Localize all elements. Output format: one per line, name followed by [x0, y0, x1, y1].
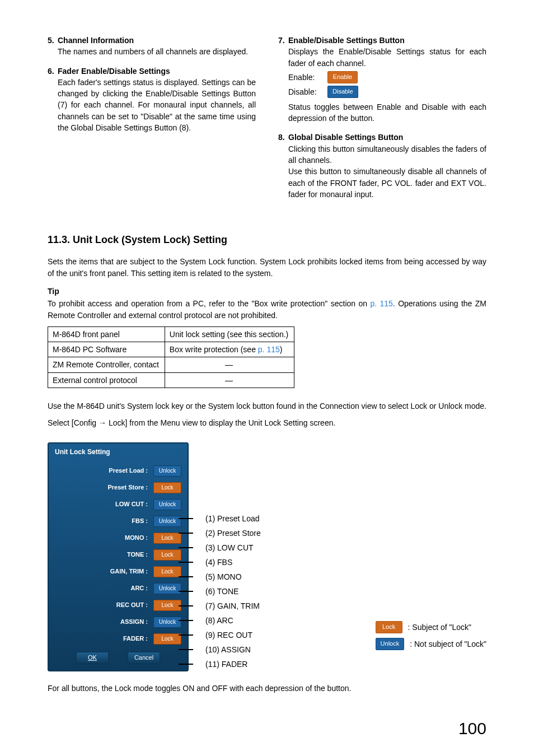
- callout-label: (2) Preset Store: [188, 526, 261, 540]
- panel-row: MONO :Lock: [48, 530, 188, 547]
- top-two-column: 5.Channel Information The names and numb…: [48, 35, 486, 208]
- table-cell: M-864D PC Software: [48, 342, 165, 357]
- section-heading: 11.3. Unit Lock (System Lock) Setting: [48, 232, 486, 247]
- legend-unlock-text: : Not subject of "Lock": [410, 638, 486, 650]
- section-closing: For all buttons, the Lock mode toggles O…: [48, 683, 486, 694]
- table-cell-text-a: Box write protection (see: [170, 345, 258, 354]
- panel-row-label: LOW CUT :: [48, 500, 149, 509]
- unlock-toggle-button[interactable]: Unlock: [153, 465, 181, 477]
- table-cell: M-864D front panel: [48, 326, 165, 342]
- disable-label: Disable:: [288, 86, 322, 97]
- item-5: 5.Channel Information The names and numb…: [48, 35, 256, 58]
- unlock-toggle-button[interactable]: Unlock: [153, 583, 181, 594]
- panel-row-label: TONE :: [48, 550, 149, 559]
- callout-label: (5) MONO: [188, 570, 261, 584]
- lock-toggle-button[interactable]: Lock: [153, 549, 181, 561]
- panel-row-label: MONO :: [48, 534, 149, 543]
- item-8-body1: Clicking this button simultaneously disa…: [278, 143, 486, 166]
- panel-row-label: FBS :: [48, 517, 149, 526]
- ok-button-label: OK: [88, 654, 97, 662]
- ok-button[interactable]: OK: [76, 652, 109, 664]
- cancel-button-label: Cancel: [134, 654, 153, 662]
- unit-lock-panel: Unit Lock Setting Preset Load :UnlockPre…: [48, 442, 189, 671]
- item-5-body: The names and numbers of all channels ar…: [48, 46, 256, 57]
- panel-row-label: Preset Load :: [48, 466, 149, 475]
- section-para-2: Use the M-864D unit's System lock key or…: [48, 400, 486, 412]
- lock-toggle-button[interactable]: Lock: [153, 566, 181, 577]
- panel-row: FADER :Lock: [48, 631, 188, 647]
- table-cell-link[interactable]: p. 115: [258, 345, 280, 354]
- tip-body: To prohibit access and operation from a …: [48, 298, 486, 321]
- callout-label: (6) TONE: [188, 584, 261, 599]
- diagram-area: Unit Lock Setting Preset Load :UnlockPre…: [48, 442, 486, 671]
- table-row: M-864D front panel Unit lock setting (se…: [48, 326, 294, 342]
- enable-label: Enable:: [288, 72, 322, 83]
- callout-label: (8) ARC: [188, 613, 261, 628]
- legend: Lock : Subject of "Lock" Unlock : Not su…: [376, 621, 486, 671]
- panel-row-label: ASSIGN :: [48, 618, 149, 627]
- legend-lock-text: : Subject of "Lock": [408, 622, 471, 633]
- item-7-title: Enable/Disable Settings Button: [288, 36, 405, 45]
- table-cell-text-b: ): [280, 345, 283, 354]
- lock-toggle-button[interactable]: Lock: [153, 633, 181, 645]
- tip-body-a: To prohibit access and operation from a …: [48, 299, 370, 308]
- table-cell: External control protocol: [48, 372, 165, 388]
- item-7-body2: Status toggles between Enable and Disabl…: [278, 101, 486, 124]
- panel-row: ASSIGN :Unlock: [48, 614, 188, 631]
- lock-toggle-button[interactable]: Lock: [153, 600, 181, 611]
- table-row: ZM Remote Controller, contact —: [48, 357, 294, 372]
- item-8: 8.Global Disable Settings Button Clickin…: [278, 132, 486, 200]
- table-cell: —: [165, 372, 294, 388]
- enable-swatch: Enable: [327, 71, 358, 83]
- section-intro: Sets the items that are subject to the S…: [48, 256, 486, 279]
- panel-row: REC OUT :Lock: [48, 597, 188, 614]
- unlock-toggle-button[interactable]: Unlock: [153, 617, 181, 628]
- panel-title: Unit Lock Setting: [48, 443, 188, 463]
- legend-unlock-chip: Unlock: [376, 638, 405, 650]
- table-cell: Box write protection (see p. 115): [165, 342, 294, 357]
- callout-label: (1) Preset Load: [188, 511, 261, 526]
- lock-toggle-button[interactable]: Lock: [153, 533, 181, 544]
- item-5-title: Channel Information: [58, 36, 134, 45]
- item-7: 7.Enable/Disable Settings Button Display…: [278, 35, 486, 124]
- item-5-number: 5.: [48, 35, 58, 46]
- panel-row-label: FADER :: [48, 634, 149, 643]
- table-cell: ZM Remote Controller, contact: [48, 357, 165, 372]
- panel-row-label: Preset Store :: [48, 483, 149, 492]
- lock-table: M-864D front panel Unit lock setting (se…: [48, 326, 294, 388]
- panel-row: ARC :Unlock: [48, 580, 188, 597]
- callout-label: (11) FADER: [188, 657, 261, 671]
- panel-row-label: REC OUT :: [48, 601, 149, 610]
- callout-label: (3) LOW CUT: [188, 540, 261, 555]
- legend-lock-chip: Lock: [376, 621, 402, 633]
- panel-row: Preset Load :Unlock: [48, 463, 188, 479]
- item-8-number: 8.: [278, 132, 288, 143]
- callout-label: (7) GAIN, TRIM: [188, 599, 261, 613]
- tip-heading: Tip: [48, 286, 486, 297]
- callout-label: (10) ASSIGN: [188, 642, 261, 657]
- item-6-body: Each fader's settings status is displaye…: [48, 77, 256, 133]
- table-row: M-864D PC Software Box write protection …: [48, 342, 294, 357]
- unlock-toggle-button[interactable]: Unlock: [153, 516, 181, 527]
- callout-label: (4) FBS: [188, 555, 261, 570]
- table-row: External control protocol —: [48, 372, 294, 388]
- tip-link[interactable]: p. 115: [370, 299, 392, 308]
- lock-toggle-button[interactable]: Lock: [153, 482, 181, 493]
- page-number: 100: [458, 716, 486, 741]
- table-cell: Unit lock setting (see this section.): [165, 326, 294, 342]
- panel-row: TONE :Lock: [48, 547, 188, 563]
- item-6-title: Fader Enable/Disable Settings: [58, 67, 170, 76]
- panel-row-label: ARC :: [48, 584, 149, 593]
- item-7-number: 7.: [278, 35, 288, 46]
- panel-row: Preset Store :Lock: [48, 479, 188, 496]
- table-cell: —: [165, 357, 294, 372]
- item-6: 6.Fader Enable/Disable Settings Each fad…: [48, 66, 256, 134]
- unlock-toggle-button[interactable]: Unlock: [153, 499, 181, 510]
- panel-row: GAIN, TRIM :Lock: [48, 563, 188, 580]
- disable-swatch: Disable: [327, 86, 358, 98]
- item-8-body2: Use this button to simultaneously disabl…: [278, 166, 486, 200]
- panel-row: FBS :Unlock: [48, 513, 188, 530]
- cancel-button[interactable]: Cancel: [128, 652, 160, 664]
- item-7-body1: Displays the Enable/Disable Settings sta…: [278, 46, 486, 69]
- panel-row-label: GAIN, TRIM :: [48, 567, 149, 576]
